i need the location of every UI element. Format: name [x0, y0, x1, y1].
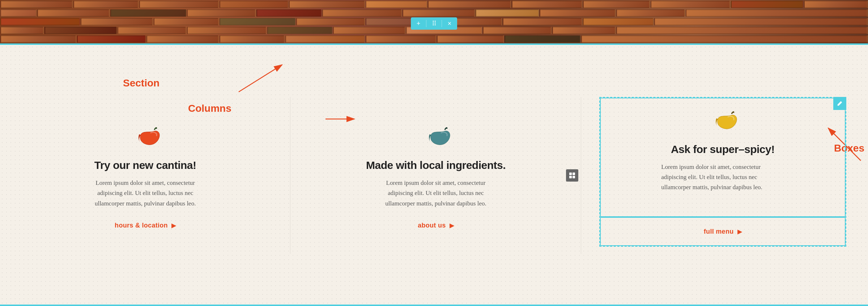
column-3-selected: Ask for super–spicy! Lorem ipsum dolor s… [599, 97, 846, 247]
columns-container: Try our new cantina! Lorem ipsum dolor s… [0, 45, 868, 306]
col2-link-text: about us [418, 222, 446, 229]
col2-title: Made with local ingredients. [366, 159, 506, 171]
col1-icon [129, 125, 162, 152]
col2-icon [420, 125, 452, 152]
col3-link[interactable]: full menu ▶ [704, 228, 742, 235]
col3-title: Ask for super–spicy! [671, 143, 775, 156]
col1-link[interactable]: hours & location ▶ [115, 222, 176, 229]
col3-top-box: Ask for super–spicy! Lorem ipsum dolor s… [600, 98, 846, 217]
col2-link[interactable]: about us ▶ [418, 222, 454, 229]
col3-link-arrow: ▶ [737, 228, 742, 235]
col3-bottom-box: full menu ▶ [600, 217, 846, 246]
svg-rect-6 [569, 176, 572, 178]
add-section-button[interactable]: + [411, 17, 426, 30]
column-3-wrapper: Ask for super–spicy! Lorem ipsum dolor s… [581, 45, 868, 306]
pepper-red-icon [129, 125, 162, 150]
pepper-teal-icon [420, 125, 452, 150]
main-content: Section Columns Boxes [0, 45, 868, 306]
drag-section-button[interactable]: ⠿ [426, 17, 442, 30]
col3-body: Lorem ipsum dolor sit amet, consectetur … [661, 162, 784, 192]
pepper-yellow-icon [706, 109, 739, 135]
col1-link-arrow: ▶ [171, 222, 176, 229]
column-1: Try our new cantina! Lorem ipsum dolor s… [0, 45, 290, 306]
col2-body: Lorem ipsum dolor sit amet, consectetur … [374, 178, 497, 208]
brick-header: + ⠿ × [0, 0, 868, 43]
col2-link-arrow: ▶ [450, 222, 454, 229]
col3-link-text: full menu [704, 228, 734, 235]
edit-column-button[interactable] [833, 97, 846, 110]
svg-rect-5 [573, 173, 575, 175]
col1-link-text: hours & location [115, 222, 168, 229]
edit-icon [837, 101, 843, 106]
svg-rect-4 [569, 173, 572, 175]
columns-handle[interactable] [566, 169, 578, 182]
col1-title: Try our new cantina! [94, 159, 196, 171]
col1-body: Lorem ipsum dolor sit amet, consectetur … [84, 178, 207, 208]
columns-handle-icon [569, 172, 575, 179]
svg-rect-7 [573, 176, 575, 178]
page-wrapper: + ⠿ × Section Columns Boxes [0, 0, 868, 306]
close-section-button[interactable]: × [442, 17, 457, 30]
col3-icon [706, 109, 739, 136]
column-2: Made with local ingredients. Lorem ipsum… [290, 45, 581, 306]
bottom-cyan-border [0, 305, 868, 306]
section-toolbar: + ⠿ × [411, 17, 457, 30]
